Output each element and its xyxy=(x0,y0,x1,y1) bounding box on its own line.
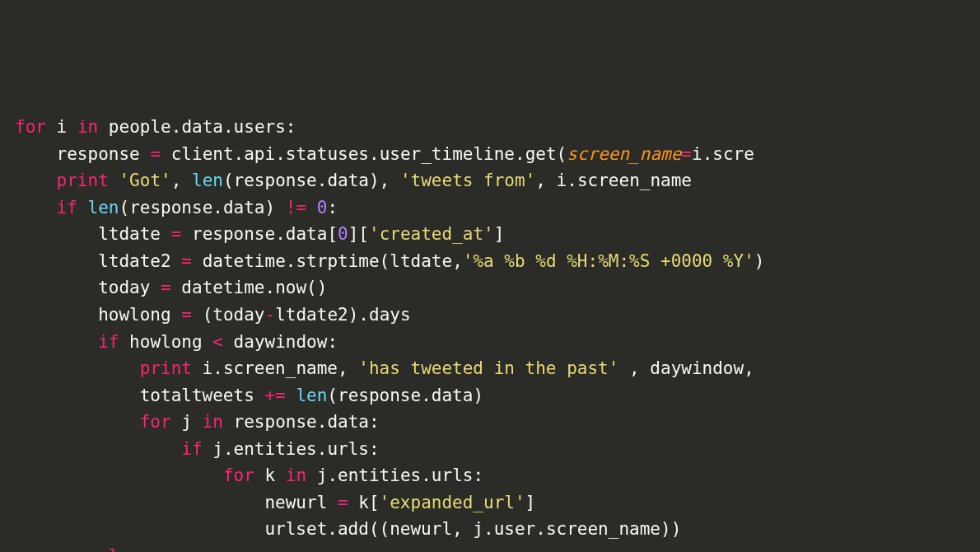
code-line-10: print i.screen_name, 'has tweeted in the… xyxy=(15,355,980,382)
code-line-8: howlong = (today-ltdate2).days xyxy=(15,302,980,329)
code-line-14: for k in j.entities.urls: xyxy=(15,462,980,489)
code-line-9: if howlong < daywindow: xyxy=(15,329,980,356)
code-line-2: response = client.api.statuses.user_time… xyxy=(15,141,980,168)
code-line-1: for i in people.data.users: xyxy=(15,114,980,141)
code-line-7: today = datetime.now() xyxy=(15,274,980,302)
code-line-17: else: xyxy=(15,543,980,552)
code-line-5: ltdate = response.data[0]['created_at'] xyxy=(15,221,980,248)
code-line-11: totaltweets += len(response.data) xyxy=(15,382,980,409)
code-line-4: if len(response.data) != 0: xyxy=(15,194,980,222)
code-line-16: urlset.add((newurl, j.user.screen_name)) xyxy=(15,516,980,543)
code-line-15: newurl = k['expanded_url'] xyxy=(15,489,980,517)
code-line-6: ltdate2 = datetime.strptime(ltdate,'%a %… xyxy=(15,248,980,275)
code-line-3: print 'Got', len(response.data), 'tweets… xyxy=(15,167,980,194)
code-line-12: for j in response.data: xyxy=(15,409,980,436)
code-editor[interactable]: for i in people.data.users: response = c… xyxy=(15,114,980,552)
code-line-13: if j.entities.urls: xyxy=(15,436,980,463)
